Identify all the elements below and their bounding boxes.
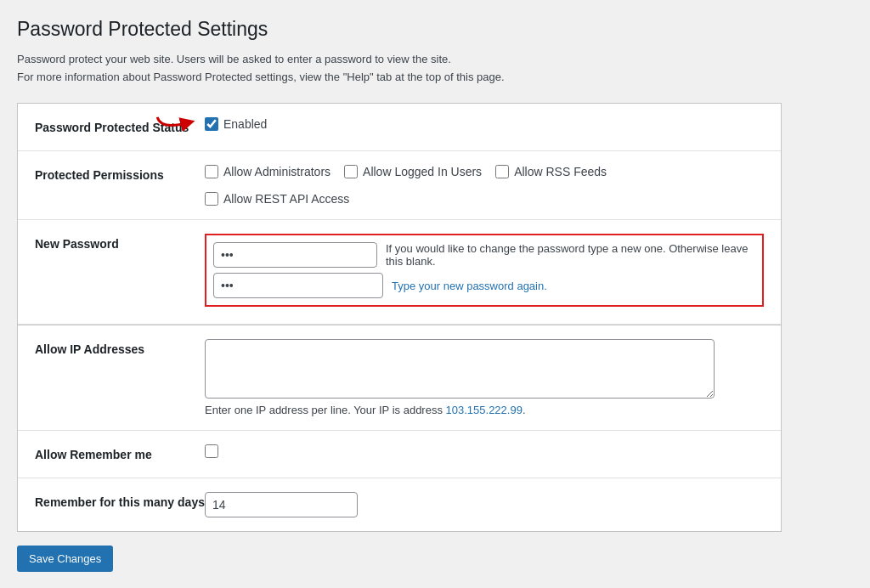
ip-textarea[interactable] xyxy=(205,339,715,399)
remember-days-row: Remember for this many days xyxy=(18,478,781,531)
remember-days-value xyxy=(205,492,764,517)
ip-address-text: 103.155.222.99 xyxy=(446,404,523,416)
password-hint-2: Type your new password again. xyxy=(392,280,547,292)
password-section: If you would like to change the password… xyxy=(205,234,764,310)
description-line1: Password protect your web site. Users wi… xyxy=(17,51,853,69)
enabled-checkbox[interactable] xyxy=(205,117,218,131)
allow-rss-checkbox[interactable] xyxy=(495,165,509,178)
settings-page: Password Protected Settings Password pro… xyxy=(0,0,870,588)
settings-table: Password Protected Status En xyxy=(17,103,782,532)
status-row: Password Protected Status En xyxy=(18,104,781,151)
permissions-label: Protected Permissions xyxy=(35,165,205,182)
allow-logged-checkbox[interactable] xyxy=(344,165,358,178)
ip-section: Enter one IP address per line. Your IP i… xyxy=(205,339,764,416)
remember-value xyxy=(205,444,764,458)
password-hint-1: If you would like to change the password… xyxy=(386,242,755,268)
ip-hint-dot: . xyxy=(523,404,526,416)
password-row: New Password If you would like to change… xyxy=(18,220,781,325)
allow-logged-text: Allow Logged In Users xyxy=(363,165,482,178)
ip-label: Allow IP Addresses xyxy=(35,339,205,356)
remember-row: Allow Remember me xyxy=(18,431,781,478)
new-password-input[interactable] xyxy=(213,242,377,268)
remember-checkbox-label[interactable] xyxy=(205,444,218,458)
save-button[interactable]: Save Changes xyxy=(17,546,113,572)
password-fields-wrapper: If you would like to change the password… xyxy=(205,234,764,307)
status-value: Enabled xyxy=(205,117,764,131)
permissions-row: Protected Permissions Allow Administrato… xyxy=(18,151,781,220)
allow-rest-checkbox[interactable] xyxy=(205,192,218,206)
password-label: New Password xyxy=(35,234,205,251)
allow-rss-label[interactable]: Allow RSS Feeds xyxy=(495,165,607,178)
password-line-1: If you would like to change the password… xyxy=(213,242,755,268)
permissions-value: Allow Administrators Allow Logged In Use… xyxy=(205,165,764,206)
page-description: Password protect your web site. Users wi… xyxy=(17,51,853,87)
arrow-indicator xyxy=(154,110,196,139)
ip-hint-text: Enter one IP address per line. Your IP i… xyxy=(205,404,446,416)
remember-checkbox[interactable] xyxy=(205,444,218,458)
allow-admins-text: Allow Administrators xyxy=(223,165,330,178)
remember-days-label: Remember for this many days xyxy=(35,492,205,509)
allow-admins-checkbox[interactable] xyxy=(205,165,218,178)
ip-hint: Enter one IP address per line. Your IP i… xyxy=(205,404,764,416)
enabled-checkbox-label[interactable]: Enabled xyxy=(205,117,267,131)
allow-rss-text: Allow RSS Feeds xyxy=(514,165,607,178)
confirm-password-input[interactable] xyxy=(213,273,383,298)
page-title: Password Protected Settings xyxy=(17,17,853,42)
allow-logged-label[interactable]: Allow Logged In Users xyxy=(344,165,482,178)
ip-value: Enter one IP address per line. Your IP i… xyxy=(205,339,764,416)
remember-label: Allow Remember me xyxy=(35,444,205,461)
allow-admins-label[interactable]: Allow Administrators xyxy=(205,165,330,178)
ip-row: Allow IP Addresses Enter one IP address … xyxy=(18,325,781,431)
remember-days-input[interactable] xyxy=(205,492,358,517)
password-line-2: Type your new password again. xyxy=(213,273,755,298)
password-value: If you would like to change the password… xyxy=(205,234,764,310)
arrow-icon xyxy=(154,110,196,136)
allow-rest-label[interactable]: Allow REST API Access xyxy=(205,192,349,206)
allow-rest-text: Allow REST API Access xyxy=(223,192,349,206)
enabled-text: Enabled xyxy=(223,117,267,131)
description-line2: For more information about Password Prot… xyxy=(17,69,853,87)
